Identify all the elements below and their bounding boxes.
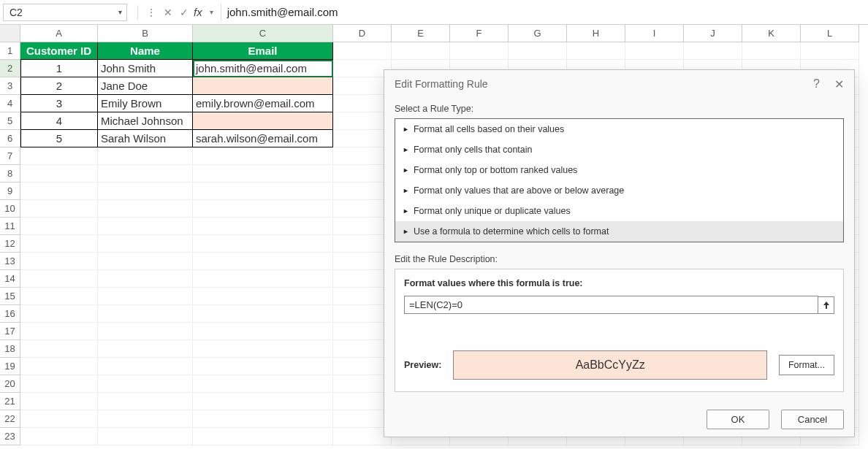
column-header[interactable]: J bbox=[684, 25, 742, 42]
table-cell[interactable]: 2 bbox=[20, 77, 98, 95]
column-header[interactable]: I bbox=[625, 25, 684, 42]
empty-cell[interactable] bbox=[20, 410, 98, 428]
empty-cell[interactable] bbox=[98, 235, 193, 253]
empty-cell[interactable] bbox=[333, 375, 392, 393]
row-header[interactable]: 9 bbox=[0, 183, 20, 200]
row-header[interactable]: 7 bbox=[0, 147, 20, 165]
column-header[interactable]: K bbox=[742, 25, 801, 42]
table-cell[interactable]: Jane Doe bbox=[98, 77, 193, 95]
rule-type-item[interactable]: ►Format only values that are above or be… bbox=[395, 180, 843, 201]
empty-cell[interactable] bbox=[193, 147, 333, 165]
chevron-down-icon[interactable]: ▾ bbox=[118, 8, 122, 16]
row-header[interactable]: 4 bbox=[0, 95, 20, 112]
row-header[interactable]: 15 bbox=[0, 288, 20, 305]
empty-cell[interactable] bbox=[193, 183, 333, 200]
table-cell[interactable]: Michael Johnson bbox=[98, 112, 193, 130]
chevron-down-icon[interactable]: ▾ bbox=[210, 8, 213, 16]
empty-cell[interactable] bbox=[20, 358, 98, 375]
empty-cell[interactable] bbox=[98, 147, 193, 165]
empty-cell[interactable] bbox=[333, 218, 392, 235]
empty-cell[interactable] bbox=[20, 375, 98, 393]
table-cell[interactable]: john.smith@email.com bbox=[193, 60, 333, 77]
empty-cell[interactable] bbox=[98, 183, 193, 200]
column-header[interactable]: B bbox=[98, 25, 193, 42]
table-cell[interactable]: Sarah Wilson bbox=[98, 130, 193, 147]
table-cell[interactable]: 3 bbox=[20, 95, 98, 112]
cancel-x-icon[interactable]: ✕ bbox=[161, 7, 175, 18]
row-header[interactable]: 14 bbox=[0, 270, 20, 288]
empty-cell[interactable] bbox=[193, 375, 333, 393]
row-header[interactable]: 5 bbox=[0, 112, 20, 130]
row-header[interactable]: 17 bbox=[0, 323, 20, 340]
empty-cell[interactable] bbox=[193, 270, 333, 288]
empty-cell[interactable] bbox=[333, 235, 392, 253]
empty-cell[interactable] bbox=[333, 270, 392, 288]
table-cell[interactable]: John Smith bbox=[98, 60, 193, 77]
table-header-cell[interactable]: Name bbox=[98, 42, 193, 60]
empty-cell[interactable] bbox=[98, 358, 193, 375]
empty-cell[interactable] bbox=[98, 410, 193, 428]
empty-cell[interactable] bbox=[98, 200, 193, 218]
empty-cell[interactable] bbox=[20, 147, 98, 165]
column-header[interactable]: G bbox=[509, 25, 567, 42]
row-header[interactable]: 11 bbox=[0, 218, 20, 235]
empty-cell[interactable] bbox=[20, 200, 98, 218]
dialog-titlebar[interactable]: Edit Formatting Rule ? ✕ bbox=[384, 70, 854, 98]
column-header[interactable]: C bbox=[193, 25, 333, 42]
empty-cell[interactable] bbox=[98, 428, 193, 445]
empty-cell[interactable] bbox=[20, 253, 98, 270]
close-icon[interactable]: ✕ bbox=[834, 77, 844, 91]
empty-cell[interactable] bbox=[684, 42, 742, 60]
select-all-corner[interactable] bbox=[0, 25, 20, 42]
empty-cell[interactable] bbox=[193, 393, 333, 410]
table-cell[interactable]: 4 bbox=[20, 112, 98, 130]
row-header[interactable]: 1 bbox=[0, 42, 20, 60]
column-header[interactable]: F bbox=[450, 25, 509, 42]
empty-cell[interactable] bbox=[20, 305, 98, 323]
empty-cell[interactable] bbox=[333, 95, 392, 112]
empty-cell[interactable] bbox=[20, 235, 98, 253]
empty-cell[interactable] bbox=[193, 165, 333, 183]
empty-cell[interactable] bbox=[333, 60, 392, 77]
empty-cell[interactable] bbox=[333, 183, 392, 200]
empty-cell[interactable] bbox=[333, 305, 392, 323]
formula-input[interactable]: john.smith@email.com bbox=[221, 4, 865, 21]
empty-cell[interactable] bbox=[333, 165, 392, 183]
empty-cell[interactable] bbox=[333, 393, 392, 410]
empty-cell[interactable] bbox=[20, 288, 98, 305]
row-header[interactable]: 20 bbox=[0, 375, 20, 393]
row-header[interactable]: 23 bbox=[0, 428, 20, 445]
empty-cell[interactable] bbox=[333, 42, 392, 60]
empty-cell[interactable] bbox=[392, 42, 450, 60]
fx-label[interactable]: fx bbox=[194, 6, 207, 18]
empty-cell[interactable] bbox=[98, 305, 193, 323]
empty-cell[interactable] bbox=[333, 77, 392, 95]
empty-cell[interactable] bbox=[20, 218, 98, 235]
name-box[interactable]: C2 ▾ bbox=[3, 4, 127, 21]
row-header[interactable]: 3 bbox=[0, 77, 20, 95]
empty-cell[interactable] bbox=[333, 428, 392, 445]
table-cell[interactable]: 1 bbox=[20, 60, 98, 77]
empty-cell[interactable] bbox=[20, 428, 98, 445]
empty-cell[interactable] bbox=[333, 410, 392, 428]
ok-button[interactable]: OK bbox=[707, 410, 769, 429]
empty-cell[interactable] bbox=[333, 130, 392, 147]
table-header-cell[interactable]: Email bbox=[193, 42, 333, 60]
row-header[interactable]: 18 bbox=[0, 340, 20, 358]
row-header[interactable]: 13 bbox=[0, 253, 20, 270]
empty-cell[interactable] bbox=[333, 200, 392, 218]
row-header[interactable]: 10 bbox=[0, 200, 20, 218]
empty-cell[interactable] bbox=[193, 235, 333, 253]
empty-cell[interactable] bbox=[193, 288, 333, 305]
empty-cell[interactable] bbox=[20, 323, 98, 340]
column-header[interactable]: E bbox=[392, 25, 450, 42]
column-header[interactable]: D bbox=[333, 25, 392, 42]
empty-cell[interactable] bbox=[333, 358, 392, 375]
empty-cell[interactable] bbox=[20, 270, 98, 288]
row-header[interactable]: 21 bbox=[0, 393, 20, 410]
format-button[interactable]: Format... bbox=[779, 355, 834, 375]
empty-cell[interactable] bbox=[193, 253, 333, 270]
empty-cell[interactable] bbox=[193, 340, 333, 358]
empty-cell[interactable] bbox=[98, 288, 193, 305]
empty-cell[interactable] bbox=[193, 428, 333, 445]
